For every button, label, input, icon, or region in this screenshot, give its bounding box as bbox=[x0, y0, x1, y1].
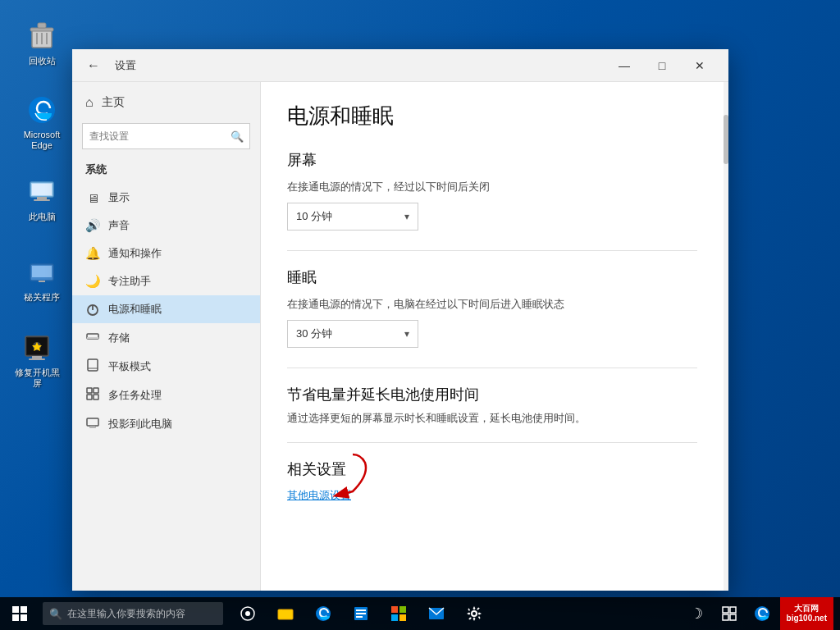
screen-dropdown-value: 10 分钟 bbox=[296, 209, 332, 224]
maximize-button[interactable]: □ bbox=[643, 49, 681, 82]
divider-2 bbox=[287, 368, 697, 368]
sleep-desc: 在接通电源的情况下，电脑在经过以下时间后进入睡眠状态 bbox=[287, 297, 697, 312]
back-button[interactable]: ← bbox=[82, 54, 105, 77]
screen-dropdown[interactable]: 10 分钟 ▾ bbox=[287, 203, 418, 231]
minimize-button[interactable]: — bbox=[605, 49, 643, 82]
svg-rect-35 bbox=[21, 614, 27, 621]
page-title: 电源和睡眠 bbox=[287, 102, 697, 130]
taskbar-search-placeholder: 在这里输入你要搜索的内容 bbox=[67, 607, 185, 621]
tablet-mode-icon bbox=[85, 358, 100, 374]
svg-rect-23 bbox=[88, 359, 98, 371]
sidebar-home[interactable]: ⌂ 主页 bbox=[72, 89, 260, 116]
close-button[interactable]: ✕ bbox=[681, 49, 719, 82]
start-button[interactable] bbox=[0, 597, 39, 630]
taskbar-moon[interactable]: ☽ bbox=[682, 597, 711, 630]
taskbar-search-icon: 🔍 bbox=[49, 608, 62, 620]
svg-rect-47 bbox=[399, 614, 406, 621]
divider-1 bbox=[287, 250, 697, 251]
bigbai-logo[interactable]: 大百网big100.net bbox=[780, 597, 833, 630]
sidebar-item-sound[interactable]: 🔊 声音 bbox=[72, 212, 260, 240]
sleep-section-title: 睡眠 bbox=[287, 267, 697, 287]
recycle-bin-label: 回收站 bbox=[29, 56, 56, 66]
svg-rect-22 bbox=[87, 337, 98, 339]
scrollbar-thumb[interactable] bbox=[724, 115, 728, 164]
svg-point-37 bbox=[245, 611, 250, 616]
taskbar-settings[interactable] bbox=[456, 597, 492, 630]
divider-3 bbox=[287, 442, 697, 443]
desktop-icon-secret-prog[interactable]: 秘关程序 bbox=[13, 253, 71, 306]
svg-rect-52 bbox=[723, 614, 728, 620]
taskbar-file-explorer[interactable] bbox=[267, 597, 304, 630]
sleep-dropdown[interactable]: 30 分钟 ▾ bbox=[287, 320, 418, 348]
window-title: 设置 bbox=[115, 58, 605, 73]
window-controls: — □ ✕ bbox=[605, 49, 719, 82]
secret-prog-icon bbox=[25, 256, 58, 289]
svg-rect-41 bbox=[356, 609, 366, 611]
taskbar-task-view[interactable] bbox=[230, 597, 266, 630]
svg-rect-10 bbox=[34, 199, 50, 201]
taskbar-edge[interactable] bbox=[305, 597, 341, 630]
search-input[interactable] bbox=[82, 123, 250, 149]
svg-rect-2 bbox=[38, 23, 46, 28]
svg-rect-34 bbox=[12, 614, 19, 621]
related-settings-title: 相关设置 bbox=[287, 459, 697, 479]
taskbar-multitask[interactable] bbox=[714, 597, 744, 630]
desktop-icon-my-computer[interactable]: 此电脑 bbox=[13, 172, 71, 226]
svg-rect-13 bbox=[39, 281, 45, 282]
scrollbar[interactable] bbox=[724, 82, 728, 591]
sidebar-item-notifications[interactable]: 🔔 通知和操作 bbox=[72, 240, 260, 267]
svg-rect-33 bbox=[21, 606, 27, 613]
chevron-down-icon-2: ▾ bbox=[404, 328, 409, 340]
svg-rect-42 bbox=[356, 613, 366, 614]
sidebar-item-display[interactable]: 🖥 显示 bbox=[72, 184, 260, 212]
svg-rect-53 bbox=[730, 614, 736, 620]
my-computer-icon bbox=[25, 176, 58, 208]
desktop-icon-edge[interactable]: MicrosoftEdge bbox=[13, 90, 71, 154]
sidebar-item-multitasking[interactable]: 多任务处理 bbox=[72, 381, 260, 409]
desktop-icon-recycle-bin[interactable]: 回收站 bbox=[13, 16, 71, 70]
sidebar-item-focus-assist[interactable]: 🌙 专注助手 bbox=[72, 267, 260, 295]
main-content: 电源和睡眠 屏幕 在接通电源的情况下，经过以下时间后关闭 10 分钟 ▾ 睡眠 … bbox=[261, 82, 724, 591]
svg-rect-29 bbox=[87, 418, 98, 426]
desktop-icon-fix-blackscreen[interactable]: 修复开机黑屏 bbox=[8, 328, 66, 392]
sidebar-item-tablet-mode[interactable]: 平板模式 bbox=[72, 352, 260, 381]
svg-point-49 bbox=[472, 611, 477, 616]
power-sleep-label: 电源和睡眠 bbox=[108, 302, 162, 317]
multitasking-icon bbox=[85, 387, 100, 403]
taskbar-edge-right[interactable] bbox=[747, 597, 777, 630]
svg-rect-9 bbox=[37, 197, 47, 199]
bigbai-label: 大百网big100.net bbox=[787, 604, 827, 623]
sidebar-item-projection[interactable]: 投影到此电脑 bbox=[72, 409, 260, 438]
save-battery-desc: 通过选择更短的屏幕显示时长和睡眠设置，延长电池使用时间。 bbox=[287, 411, 697, 426]
svg-rect-43 bbox=[356, 616, 363, 618]
sidebar-item-power-sleep[interactable]: 电源和睡眠 bbox=[72, 295, 260, 323]
svg-rect-25 bbox=[87, 388, 92, 393]
taskbar-icons bbox=[230, 597, 682, 630]
storage-label: 存储 bbox=[108, 331, 130, 345]
edge-label: MicrosoftEdge bbox=[24, 130, 61, 151]
recycle-bin-icon bbox=[25, 20, 58, 52]
taskbar-search[interactable]: 🔍 在这里输入你要搜索的内容 bbox=[43, 602, 223, 625]
sidebar-item-storage[interactable]: 存储 bbox=[72, 323, 260, 352]
chevron-down-icon: ▾ bbox=[404, 211, 409, 222]
power-icon bbox=[85, 302, 100, 317]
sidebar: ⌂ 主页 🔍 系统 🖥 显示 🔊 声音 🔔 通知 bbox=[72, 82, 261, 591]
other-power-settings-link[interactable]: 其他电源设置 bbox=[287, 489, 351, 501]
secret-prog-label: 秘关程序 bbox=[24, 292, 60, 303]
home-label: 主页 bbox=[102, 95, 125, 110]
taskbar-mail[interactable] bbox=[418, 597, 454, 630]
svg-rect-18 bbox=[29, 358, 45, 360]
notifications-label: 通知和操作 bbox=[108, 246, 162, 261]
svg-rect-51 bbox=[730, 607, 736, 613]
window-body: ⌂ 主页 🔍 系统 🖥 显示 🔊 声音 🔔 通知 bbox=[72, 82, 728, 591]
svg-rect-12 bbox=[32, 266, 52, 277]
notifications-icon: 🔔 bbox=[85, 246, 100, 261]
taskbar-files[interactable] bbox=[343, 597, 379, 630]
svg-rect-8 bbox=[32, 184, 52, 195]
search-icon: 🔍 bbox=[231, 130, 244, 143]
sidebar-search[interactable]: 🔍 bbox=[82, 123, 250, 149]
svg-rect-1 bbox=[30, 28, 53, 31]
svg-rect-50 bbox=[723, 607, 728, 613]
svg-rect-46 bbox=[391, 614, 398, 621]
taskbar-store[interactable] bbox=[381, 597, 417, 630]
